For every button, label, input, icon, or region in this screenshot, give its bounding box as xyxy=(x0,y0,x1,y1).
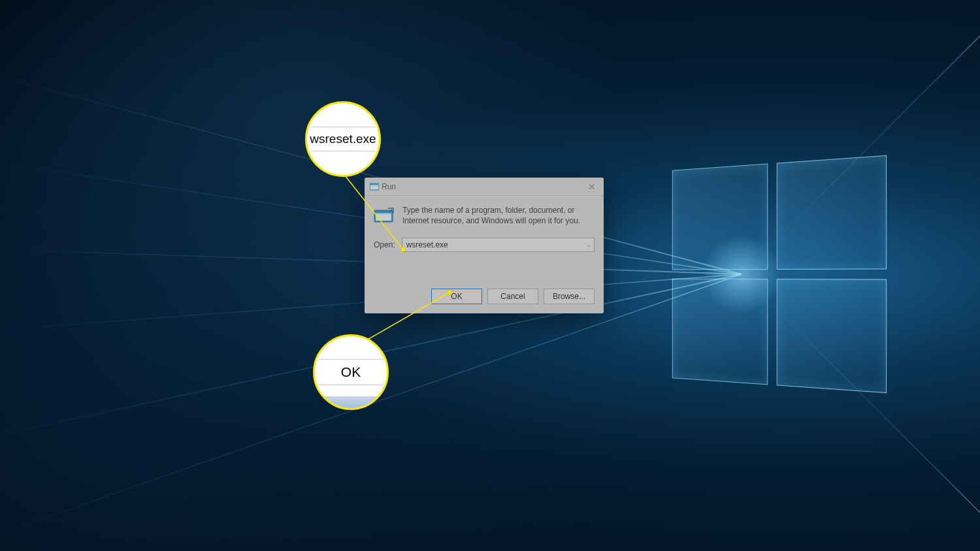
open-input[interactable] xyxy=(402,238,595,252)
svg-line-6 xyxy=(742,13,980,274)
magnifier-input: wsreset.exe xyxy=(305,101,381,177)
svg-point-16 xyxy=(401,247,406,252)
magnifier-ok: OK xyxy=(313,334,389,410)
dialog-instruction: Type the name of a program, folder, docu… xyxy=(402,205,595,226)
close-button[interactable]: ✕ xyxy=(584,181,600,192)
svg-line-7 xyxy=(742,274,980,535)
cancel-button[interactable]: Cancel xyxy=(487,289,538,304)
svg-point-18 xyxy=(448,291,452,295)
magnifier-input-text: wsreset.exe xyxy=(310,127,376,151)
magnifier-ok-text: OK xyxy=(341,360,361,385)
svg-line-15 xyxy=(343,173,403,249)
browse-button[interactable]: Browse... xyxy=(544,289,595,304)
svg-point-8 xyxy=(702,235,781,313)
